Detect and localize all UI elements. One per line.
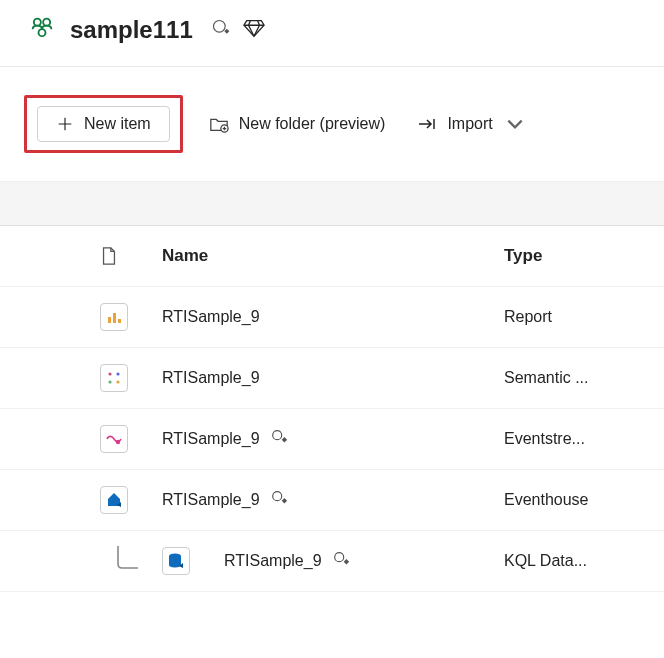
svg-rect-7 bbox=[118, 319, 121, 323]
new-folder-button[interactable]: New folder (preview) bbox=[203, 106, 392, 142]
svg-point-0 bbox=[34, 19, 41, 26]
item-name: RTISample_9 bbox=[162, 428, 504, 450]
svg-point-12 bbox=[116, 440, 120, 444]
sensitivity-badge-icon bbox=[270, 489, 288, 511]
import-label: Import bbox=[447, 115, 492, 133]
svg-point-3 bbox=[213, 21, 225, 33]
table-header-row: Name Type bbox=[0, 226, 664, 287]
svg-rect-6 bbox=[113, 313, 116, 323]
svg-point-13 bbox=[272, 431, 281, 440]
svg-point-11 bbox=[116, 380, 119, 383]
item-type: Report bbox=[504, 308, 634, 326]
item-type-icon bbox=[100, 486, 162, 514]
item-type: Eventhouse bbox=[504, 491, 634, 509]
sensitivity-badge-icon[interactable] bbox=[211, 18, 231, 42]
svg-rect-5 bbox=[108, 317, 111, 323]
table-row[interactable]: RTISample_9 Eventhouse bbox=[0, 470, 664, 531]
semantic-model-icon bbox=[100, 364, 128, 392]
item-name: RTISample_9 bbox=[162, 308, 504, 326]
svg-point-8 bbox=[108, 372, 111, 375]
new-item-button[interactable]: New item bbox=[37, 106, 170, 142]
svg-point-1 bbox=[43, 19, 50, 26]
filter-bar bbox=[0, 182, 664, 226]
item-type: Semantic ... bbox=[504, 369, 634, 387]
item-name: RTISample_9 bbox=[224, 550, 504, 572]
tree-connector-icon bbox=[112, 546, 142, 576]
workspace-icon bbox=[28, 14, 56, 46]
svg-point-9 bbox=[116, 372, 119, 375]
item-type: KQL Data... bbox=[504, 552, 634, 570]
svg-point-16 bbox=[334, 553, 343, 562]
item-type-icon bbox=[100, 425, 162, 453]
item-type-icon bbox=[100, 364, 162, 392]
workspace-header: sample111 bbox=[0, 0, 664, 67]
new-folder-label: New folder (preview) bbox=[239, 115, 386, 133]
table-row[interactable]: RTISample_9 Semantic ... bbox=[0, 348, 664, 409]
item-name: RTISample_9 bbox=[162, 489, 504, 511]
svg-point-2 bbox=[39, 29, 46, 36]
premium-diamond-icon bbox=[243, 18, 265, 42]
column-header-type[interactable]: Type bbox=[504, 246, 634, 266]
new-item-label: New item bbox=[84, 115, 151, 133]
table-row[interactable]: RTISample_9 KQL Data... bbox=[0, 531, 664, 592]
table-row[interactable]: RTISample_9 Report bbox=[0, 287, 664, 348]
item-type: Eventstre... bbox=[504, 430, 634, 448]
workspace-title: sample111 bbox=[70, 16, 193, 44]
import-button[interactable]: Import bbox=[411, 106, 530, 142]
sensitivity-badge-icon bbox=[332, 550, 350, 572]
table-row[interactable]: RTISample_9 Eventstre... bbox=[0, 409, 664, 470]
report-icon bbox=[100, 303, 128, 331]
item-type-icon bbox=[162, 547, 224, 575]
item-type-icon bbox=[100, 303, 162, 331]
svg-point-10 bbox=[108, 380, 111, 383]
item-name: RTISample_9 bbox=[162, 369, 504, 387]
column-header-name[interactable]: Name bbox=[162, 246, 504, 266]
column-header-icon bbox=[100, 246, 162, 266]
sensitivity-badge-icon bbox=[270, 428, 288, 450]
svg-point-14 bbox=[272, 492, 281, 501]
eventhouse-icon bbox=[100, 486, 128, 514]
items-table: Name Type RTISample_9 Report bbox=[0, 226, 664, 592]
workspace-toolbar: New item New folder (preview) Import bbox=[0, 67, 664, 182]
tutorial-highlight: New item bbox=[24, 95, 183, 153]
kql-database-icon bbox=[162, 547, 190, 575]
chevron-down-icon bbox=[505, 114, 525, 134]
eventstream-icon bbox=[100, 425, 128, 453]
